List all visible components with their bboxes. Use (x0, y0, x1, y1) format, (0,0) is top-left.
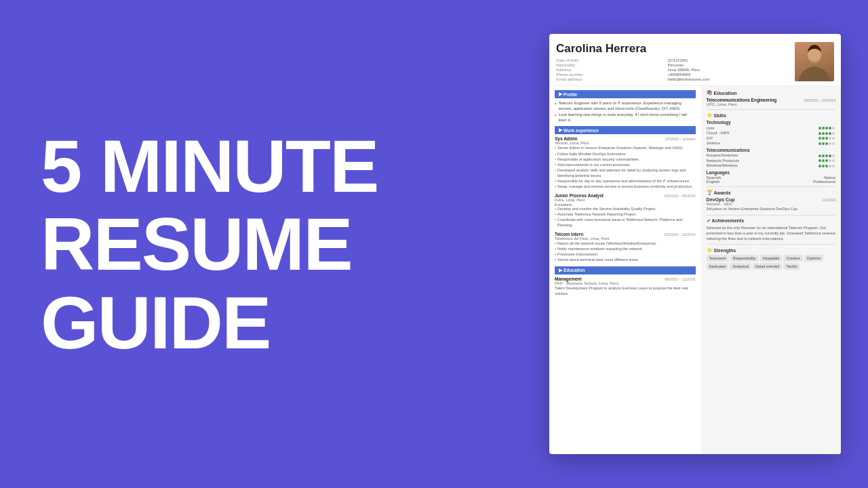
skill-dot (822, 142, 825, 145)
skills-header-label: Skills (714, 113, 726, 118)
job-bullet: •Automate Telefonica Network Reporting P… (555, 212, 696, 218)
edu-right-entry: Telecommunications Engineering 03/2010 –… (707, 98, 835, 106)
job-entry: Junior Process Analyst 01/2015 – 05/2015… (555, 193, 696, 228)
skill-dot (829, 132, 831, 135)
strength-tag: Creative (783, 255, 802, 262)
book-icon: 📚 (707, 90, 713, 96)
job-bullet: •Developed analytic skills and attention… (555, 168, 696, 178)
awards-content: DevOps Cup 11/2016 Verizon - VES 3rd pla… (707, 197, 835, 212)
award-org: Verizon - VES (707, 202, 835, 206)
job-bullets: •Report all the network issues (Wireless… (555, 241, 696, 263)
skill-dots (818, 153, 835, 158)
skill-row: GIT (707, 136, 835, 140)
address-label: Address: (556, 68, 663, 72)
skill-dot (818, 127, 821, 129)
job-bullet: •Develop and monitor the Service Availab… (555, 207, 696, 212)
skill-dot (818, 137, 821, 140)
skill-name: Cloud - AWS (707, 131, 730, 135)
job-dates: 02/2014 – 12/2014 (665, 232, 696, 237)
skill-dots (818, 131, 835, 136)
skill-category: Telecommunications Routers/Switches Netw… (707, 148, 835, 168)
job-title: Sys Admin (555, 136, 577, 141)
edu-right-degree: Telecommunications Engineering (707, 98, 777, 102)
job-entry: Sys Admin 07/2015 – present Verizon, Lim… (555, 136, 696, 190)
email-label: Email address: (556, 77, 663, 81)
skills-section-header: ⭐ Skills (707, 113, 835, 118)
skill-dot (832, 159, 835, 162)
title-line2: RESUME (41, 205, 475, 283)
job-company: Verizon, Lima, Perú (555, 141, 696, 145)
skill-dot (818, 159, 821, 162)
skill-row: Network Protocols (707, 158, 835, 163)
bullet-dot: • (555, 152, 556, 157)
achievements-header-label: Achievements (712, 218, 744, 223)
lang-row: Spanish Native (707, 176, 835, 180)
skill-dot (829, 159, 831, 162)
address-value: Lima 99999, Peru (667, 68, 789, 72)
skill-name: Network Protocols (707, 159, 740, 163)
bullet-dot: • (555, 212, 556, 218)
strength-tag: Teamwork (707, 255, 729, 262)
left-panel: 5 MINUTE RESUME GUIDE (27, 113, 488, 375)
resume-header-info: Carolina Herrera Date of birth: 21/12/19… (556, 42, 789, 81)
achievements-section-header: ✓ Achievements (707, 218, 835, 224)
job-dates: 01/2015 – 05/2015 (665, 194, 696, 198)
job-company: Indra, Lima, Perú (555, 198, 696, 202)
resume-left-col: ▶ Profile •Telecom Engineer with 8 years… (549, 86, 701, 454)
skill-name: Routers/Switches (707, 153, 738, 157)
profile-content: •Telecom Engineer with 8 years of IT exp… (555, 100, 696, 123)
skill-dot (825, 137, 828, 140)
job-bullet: •Setup, manage and monitor servers to en… (555, 184, 696, 190)
phone-value: +999999999 (667, 73, 789, 77)
job-bullets: •Server Admin in Verizon Enterprise Solu… (555, 146, 696, 190)
awards-header-label: Awards (714, 190, 731, 195)
strengths-section-header: ⭐ Strengths (707, 247, 835, 253)
edu-right-dates: 03/2010 – 12/2014 (804, 98, 835, 102)
skill-dot (818, 142, 821, 145)
strength-tag: Dedicated (707, 263, 729, 270)
skill-dot (832, 132, 835, 135)
job-bullet: •Server Admin in Verizon Enterprise Solu… (555, 146, 696, 151)
lang-name: Spanish (707, 176, 722, 180)
job-bullet: •Responsible for day to day operations a… (555, 179, 696, 184)
skill-dot (832, 165, 835, 167)
profile-text: Telecom Engineer with 8 years of IT expe… (558, 100, 695, 111)
job-title: Junior Process Analyst (555, 193, 604, 198)
bullet-dot: • (555, 247, 556, 252)
award-header-row: DevOps Cup 11/2016 (707, 197, 835, 202)
job-bullet: •Coordinate with cross-functional areas … (555, 218, 696, 228)
skill-cat-title: Technology (707, 120, 835, 125)
job-bullet: •Notify maintenance windows impacting th… (555, 247, 696, 252)
bullet-dot: • (555, 252, 556, 258)
bullet-dot: • (555, 179, 556, 184)
strength-tag: Detail oriented (753, 263, 782, 270)
skill-dot (822, 155, 825, 157)
bullet-icon: • (555, 100, 556, 108)
job-bullet: •Processes improvement. (555, 252, 696, 258)
strength-tag: Analytical (730, 263, 751, 270)
edu-left-dates: 09/2015 – 11/2015 (665, 277, 696, 281)
bullet-dot: • (555, 184, 556, 190)
skill-dots (818, 136, 835, 140)
profile-text: Love learning new things or tools everyd… (558, 112, 695, 123)
resume-right-col: 📚 Education Telecommunications Engineeri… (701, 86, 841, 454)
skill-dot (829, 155, 831, 157)
skill-row: Unix (707, 125, 835, 130)
strength-tag: Tactful (783, 263, 800, 270)
award-desc: 3rd place on Verizon Enterprise Solution… (707, 207, 835, 212)
skill-name: Wireline/Wireless (707, 163, 738, 167)
bullet-icon: • (555, 112, 556, 119)
profile-header-label: Profile (564, 92, 577, 97)
edu-left-desc: Talent Development Program to analyze bu… (555, 286, 696, 296)
profile-item: •Love learning new things or tools every… (555, 112, 696, 123)
strengths-header-label: Strengths (714, 248, 736, 253)
strength-tag: Responsibility (730, 255, 759, 262)
check-icon: ✓ (707, 218, 711, 224)
job-header-row: Junior Process Analyst 01/2015 – 05/2015 (555, 193, 696, 198)
job-bullet: •Add improvements to our current process… (555, 163, 696, 168)
job-dates: 07/2015 – present (665, 137, 695, 141)
edu-left-header-row: Management 09/2015 – 11/2015 (555, 277, 696, 281)
edu-left-section-header: ▶ Education (555, 266, 696, 274)
edu-right-header-row: Telecommunications Engineering 03/2010 –… (707, 98, 835, 102)
resume-photo (795, 42, 834, 81)
